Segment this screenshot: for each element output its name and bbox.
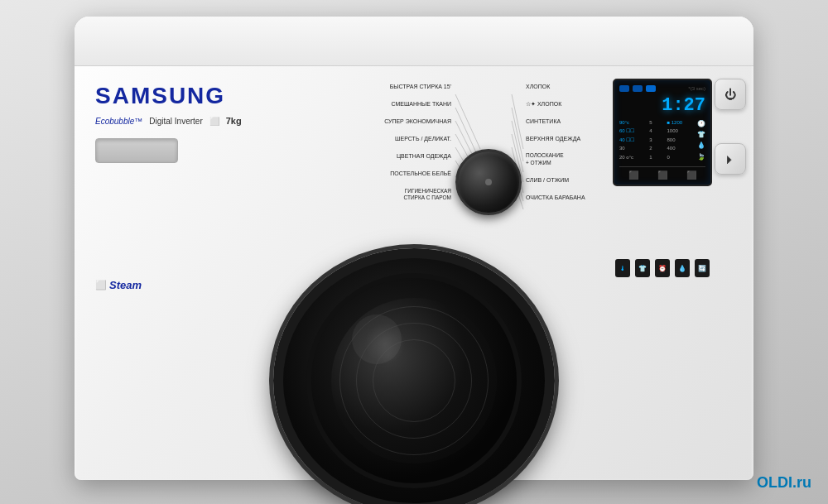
prog-label-r5: СЛИВ / ОТЖИМ [522, 176, 604, 184]
washer-body: SAMSUNG Ecobubble™ Digital Inverter ⬜ 7k… [75, 17, 753, 480]
prog-label-5: ПОСТЕЛЬНОЕ БЕЛЬЁ [373, 170, 455, 177]
display-temp-col: 90°c 60 ☐☐ 40 ☐☐ 30 20 o°c [619, 119, 634, 161]
digital-inverter-label: Digital Inverter [149, 117, 202, 126]
display-func-icon-3: ⬛ [686, 170, 696, 180]
watermark-oldi: OLDI [757, 474, 792, 491]
prog-label-r0: ХЛОПОК [522, 83, 604, 90]
display-spin-1: 1 [649, 154, 652, 161]
display-mode-2: 👕 [697, 130, 705, 139]
prog-label-r3: ВЕРХНЯЯ ОДЕЖДА [522, 135, 604, 142]
top-panel [75, 17, 753, 66]
detergent-drawer [95, 138, 178, 163]
display-mode-1: 🕐 [697, 119, 705, 128]
prog-label-r6: ОЧИСТКА БАРАБАНА [522, 194, 604, 201]
prog-label-4: ЦВЕТНАЯ ОДЕЖДА [373, 152, 455, 160]
prog-label-0: БЫСТРАЯ СТИРКА 15' [373, 83, 455, 90]
display-temp-20: 20 o°c [619, 154, 634, 161]
display-rpm-800: 800 [667, 137, 682, 143]
display-func-icon-2: ⬛ [657, 170, 667, 180]
display-settings-row: 90°c 60 ☐☐ 40 ☐☐ 30 20 o°c 5 4 3 2 1 [619, 119, 705, 161]
watermark-ru: ru [797, 474, 811, 491]
display-rpm-0: 0 [667, 154, 682, 161]
play-pause-icon: ⏵ [724, 152, 736, 166]
display-rpm-1200: ■ 1200 [667, 119, 682, 126]
display-temp-40: 40 ☐☐ [619, 137, 634, 143]
brand-name: SAMSUNG [95, 83, 352, 109]
svg-line-0 [455, 94, 480, 149]
power-button[interactable]: ⏻ [715, 79, 746, 110]
right-buttons: ⏻ ⏵ [715, 79, 749, 175]
display-icons [619, 85, 656, 92]
drum-reflection [364, 323, 406, 364]
display-bottom-icons: ⬛ ⬛ ⬛ [619, 166, 705, 180]
door-inner-ring [306, 273, 522, 488]
prog-label-r2: СИНТЕТИКА [522, 118, 604, 125]
display-rpm-col: ■ 1200 1000 800 400 0 [667, 119, 682, 161]
prog-label-r4: ПОЛОСКАНИЕ+ ОТЖИМ [522, 152, 604, 166]
start-pause-button[interactable]: ⏵ [715, 143, 746, 175]
display-mode-col: 🕐 👕 💧 🍃 [697, 119, 705, 161]
display-rpm-1000: 1000 [667, 127, 682, 134]
prog-label-r1: ☆✦ ХЛОПОК [522, 100, 604, 108]
display-mode-4: 🍃 [697, 152, 705, 161]
display-icon-1 [619, 85, 629, 92]
main-container: SAMSUNG Ecobubble™ Digital Inverter ⬜ 7k… [0, 0, 828, 504]
display-timer: 1:27 [619, 95, 705, 116]
display-top-row: *(3 sec) [619, 85, 705, 92]
watermark: OLDI.ru [757, 474, 811, 492]
display-spin-3: 3 [649, 137, 652, 143]
display-temp-90: 90°c [619, 119, 634, 126]
display-spin-4: 4 [649, 127, 652, 134]
prog-label-3: ШЕРСТЬ / ДЕЛИКАТ. [373, 135, 455, 142]
door-area [75, 248, 753, 480]
display-spin-col: 5 4 3 2 1 [649, 119, 652, 161]
display-temp-60: 60 ☐☐ [619, 127, 634, 134]
display-func-icon-1: ⬛ [628, 170, 638, 180]
display-note: *(3 sec) [688, 86, 705, 91]
door-outer-ring [273, 248, 555, 504]
prog-label-1: СМЕШАННЫЕ ТКАНИ [373, 100, 455, 108]
door-glass [331, 298, 497, 463]
display-rpm-400: 400 [667, 145, 682, 151]
brand-features: Ecobubble™ Digital Inverter ⬜ 7kg [95, 116, 352, 126]
prog-labels-left: БЫСТРАЯ СТИРКА 15' СМЕШАННЫЕ ТКАНИ СУПЕР… [373, 83, 455, 211]
display-spin-5: 5 [649, 119, 652, 126]
prog-label-2: СУПЕР ЭКОНОМИЧНАЯ [373, 118, 455, 125]
ecobubble-label: Ecobubble™ [95, 117, 142, 126]
display-temp-30: 30 [619, 145, 634, 151]
prog-label-6: ГИГИЕНИЧЕСКАЯСТИРКА С ПАРОМ [373, 188, 455, 202]
display-spin-2: 2 [649, 145, 652, 151]
capacity-label: 7kg [226, 116, 242, 126]
display-icon-3 [646, 85, 656, 92]
display-icon-2 [633, 85, 643, 92]
display-mode-3: 💧 [697, 141, 705, 150]
display-screen: *(3 sec) 1:27 90°c 60 ☐☐ 40 ☐☐ 30 20 o°c… [613, 79, 712, 186]
power-icon: ⏻ [724, 88, 736, 101]
prog-labels-right: ХЛОПОК ☆✦ ХЛОПОК СИНТЕТИКА ВЕРХНЯЯ ОДЕЖД… [522, 83, 604, 211]
program-dial[interactable] [455, 149, 522, 215]
